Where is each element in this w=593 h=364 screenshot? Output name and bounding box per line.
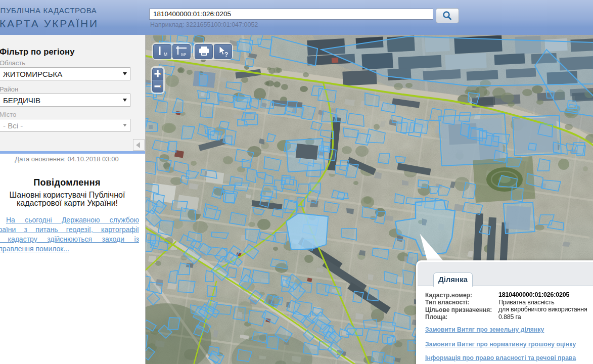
svg-text:M²: M² <box>181 52 186 57</box>
svg-text:?: ? <box>224 51 228 58</box>
svg-text:M: M <box>164 52 167 57</box>
